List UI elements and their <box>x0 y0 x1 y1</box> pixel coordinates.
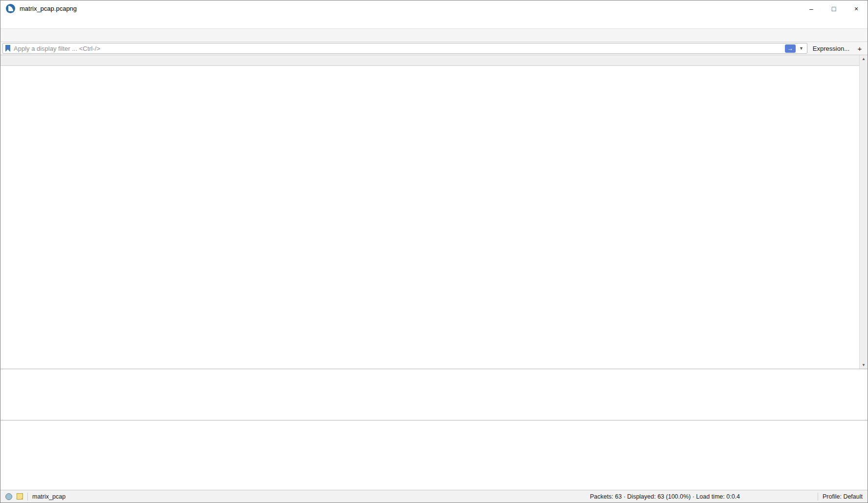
main-toolbar <box>0 28 868 42</box>
profile-selector[interactable]: Profile: Default <box>823 493 863 500</box>
statusbar-separator <box>818 493 818 501</box>
packet-details-pane <box>0 369 868 420</box>
wireshark-logo-icon <box>6 4 15 13</box>
scrollbar-minimap[interactable] <box>860 63 868 361</box>
status-bar: matrix_pcap Packets: 63 · Displayed: 63 … <box>0 490 868 503</box>
scroll-down-icon[interactable]: ▼ <box>860 361 868 369</box>
packet-list-scrollbar[interactable]: ▲ ▼ <box>859 55 868 369</box>
window-title: matrix_pcap.pcapng <box>20 5 77 12</box>
minimize-button[interactable]: – <box>800 0 823 17</box>
menu-bar <box>0 17 868 28</box>
packet-statistics: Packets: 63 · Displayed: 63 (100.0%) · L… <box>590 493 740 500</box>
maximize-button[interactable]: □ <box>823 0 845 17</box>
filter-apply-icon[interactable]: → <box>785 44 796 53</box>
display-filter-input[interactable]: Apply a display filter ... <Ctrl-/> → ▼ <box>2 43 807 54</box>
filter-bar: Apply a display filter ... <Ctrl-/> → ▼ … <box>0 42 868 55</box>
packet-list <box>0 55 859 369</box>
wireshark-window: matrix_pcap.pcapng – □ × Apply a display… <box>0 0 868 503</box>
expert-info-icon[interactable] <box>5 493 12 500</box>
filter-bookmark-icon[interactable] <box>5 45 10 52</box>
expression-button[interactable]: Expression... <box>810 45 852 52</box>
close-button[interactable]: × <box>845 0 868 17</box>
statusbar-separator <box>27 493 28 501</box>
scroll-up-icon[interactable]: ▲ <box>860 55 868 63</box>
titlebar: matrix_pcap.pcapng – □ × <box>0 0 868 17</box>
filter-add-button[interactable]: + <box>855 43 865 53</box>
packet-list-pane: ▲ ▼ <box>0 55 868 369</box>
filter-placeholder: Apply a display filter ... <Ctrl-/> <box>14 45 781 52</box>
capture-comment-icon[interactable] <box>17 493 23 500</box>
packet-list-header <box>0 55 859 66</box>
packet-bytes-pane <box>0 420 868 490</box>
packet-list-rows <box>0 66 859 369</box>
window-controls: – □ × <box>800 0 868 17</box>
capture-file-name: matrix_pcap <box>32 493 65 500</box>
filter-history-dropdown-icon[interactable]: ▼ <box>799 46 804 51</box>
